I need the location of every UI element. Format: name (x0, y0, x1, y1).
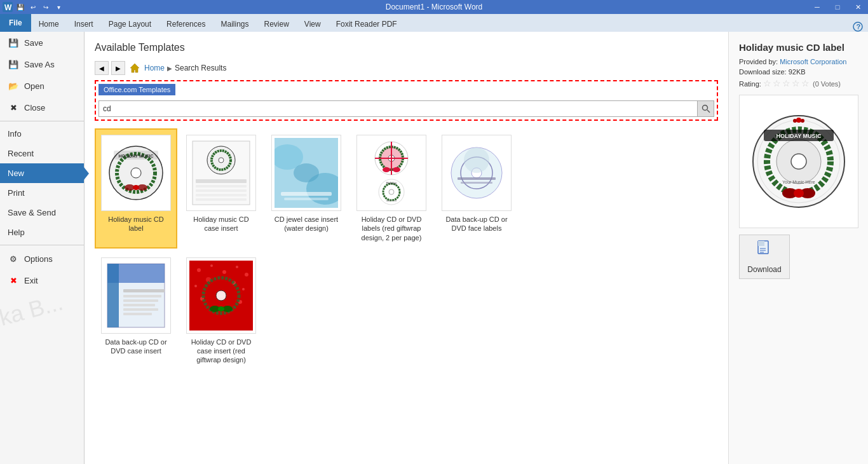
template-thumb-6 (101, 257, 171, 334)
svg-rect-62 (123, 308, 158, 311)
template-label-4: Holiday CD or DVD labels (red giftwrap d… (356, 215, 426, 242)
tab-foxit[interactable]: Foxit Reader PDF (329, 17, 405, 32)
template-label-7: Holiday CD or DVD case insert (red giftw… (186, 338, 256, 365)
sidebar-item-help[interactable]: Help (0, 222, 84, 242)
svg-point-13 (133, 185, 139, 190)
provider-link[interactable]: Microsoft Corporation (780, 58, 846, 65)
tab-view[interactable]: View (297, 17, 329, 32)
tab-page-layout[interactable]: Page Layout (101, 17, 159, 32)
svg-rect-25 (196, 198, 247, 201)
close-button[interactable]: ✕ (848, 0, 868, 14)
tab-home[interactable]: Home (31, 17, 67, 32)
sidebar-item-save-as[interactable]: 💾 Save As (0, 53, 84, 75)
right-panel: Holiday music CD label Provided by: Micr… (728, 32, 868, 464)
svg-rect-23 (196, 189, 247, 192)
svg-point-41 (393, 167, 400, 172)
template-thumb-3 (271, 135, 341, 211)
svg-point-40 (383, 167, 390, 172)
sidebar-label-open: Open (24, 81, 44, 91)
customize-icon[interactable]: ▾ (53, 2, 64, 12)
undo-icon[interactable]: ↩ (28, 2, 38, 12)
template-item-1[interactable]: HOLIDAY MUSIC Holiday music CD label (95, 128, 177, 249)
sidebar-item-save-send[interactable]: Save & Send (0, 203, 84, 222)
svg-point-96 (794, 189, 804, 198)
download-button[interactable]: Download (739, 235, 790, 279)
sidebar-item-open[interactable]: 📂 Open (0, 75, 84, 97)
sidebar-item-close[interactable]: ✖ Close (0, 97, 84, 118)
breadcrumb-current: Search Results (175, 64, 226, 72)
svg-rect-60 (123, 299, 158, 302)
nav-forward-button[interactable]: ▶ (111, 61, 125, 75)
sidebar-label-options: Options (24, 254, 53, 264)
svg-rect-59 (123, 295, 161, 297)
svg-point-79 (216, 290, 226, 301)
options-icon: ⚙ (8, 253, 19, 264)
window-controls: ─ □ ✕ (807, 0, 868, 14)
template-item-4[interactable]: Holiday label text Holiday CD or DVD lab… (350, 128, 433, 249)
svg-point-71 (194, 285, 197, 287)
breadcrumb-home[interactable]: Home (144, 64, 165, 72)
svg-point-9 (131, 168, 141, 178)
save-quick-icon[interactable]: 💾 (15, 2, 25, 12)
svg-point-92 (793, 119, 797, 123)
svg-point-68 (222, 270, 226, 274)
svg-point-74 (242, 288, 245, 290)
sidebar-item-info[interactable]: Info (0, 124, 84, 144)
svg-rect-22 (196, 185, 247, 188)
search-button[interactable] (697, 101, 714, 116)
title-bar: W 💾 ↩ ↪ ▾ Document1 - Microsoft Word ─ □… (0, 0, 868, 14)
svg-rect-99 (758, 241, 764, 246)
search-input[interactable] (99, 102, 697, 115)
section-title: Available Templates (95, 42, 718, 53)
rating-stars: ☆☆☆☆☆ (763, 78, 811, 88)
minimize-button[interactable]: ─ (807, 0, 827, 14)
sidebar-label-info: Info (8, 129, 22, 139)
sidebar-label-print: Print (8, 188, 25, 198)
svg-point-82 (218, 306, 224, 311)
template-label-2: Holiday music CD case insert (186, 215, 256, 233)
quick-access-toolbar: W 💾 ↩ ↪ ▾ (3, 2, 64, 12)
svg-point-70 (245, 273, 248, 276)
panel-rating: Rating: ☆☆☆☆☆ (0 Votes) (739, 78, 858, 88)
svg-rect-58 (123, 289, 165, 292)
tab-review[interactable]: Review (256, 17, 296, 32)
svg-point-69 (236, 266, 238, 268)
svg-point-88 (791, 154, 806, 169)
svg-text:HOLIDAY MUSIC: HOLIDAY MUSIC (776, 133, 822, 139)
template-item-3[interactable]: CD jewel case insert (water design) (265, 128, 348, 249)
help-icon[interactable]: ? (853, 22, 863, 32)
nav-bar: ◀ ▶ Home ▶ Search Results (95, 61, 718, 75)
tab-mailings[interactable]: Mailings (213, 17, 256, 32)
sidebar-item-exit[interactable]: ✖ Exit (0, 270, 84, 291)
sidebar-item-options[interactable]: ⚙ Options (0, 248, 84, 270)
svg-point-20 (219, 158, 224, 163)
panel-title: Holiday music CD label (739, 42, 858, 53)
redo-icon[interactable]: ↪ (41, 2, 51, 12)
sidebar-item-new[interactable]: New (0, 163, 84, 183)
nav-home-button[interactable] (128, 61, 142, 75)
sidebar-label-save-as: Save As (24, 60, 55, 69)
tab-file[interactable]: File (0, 14, 31, 32)
template-item-2[interactable]: Holiday music CD case insert (180, 128, 262, 249)
svg-point-51 (464, 147, 489, 173)
templates-grid-row2: Data back-up CD or DVD case insert (95, 251, 718, 371)
tab-references[interactable]: References (159, 17, 213, 32)
template-item-6[interactable]: Data back-up CD or DVD case insert (95, 251, 177, 371)
sidebar-label-new: New (8, 168, 24, 178)
svg-text:label text: label text (386, 199, 397, 202)
restore-button[interactable]: □ (827, 0, 848, 14)
sidebar-label-exit: Exit (24, 276, 38, 285)
sidebar-label-help: Help (8, 228, 25, 237)
sidebar-item-print[interactable]: Print (0, 183, 84, 203)
svg-rect-61 (123, 304, 155, 306)
sidebar-divider-2 (0, 245, 84, 245)
template-item-5[interactable]: Data back-up CD or DVD face labels (435, 128, 518, 249)
template-thumb-1: HOLIDAY MUSIC (101, 135, 171, 211)
office-templates-label: Office.com Templates (98, 84, 175, 95)
save-icon: 💾 (8, 37, 19, 48)
tab-insert[interactable]: Insert (67, 17, 101, 32)
template-item-7[interactable]: Holiday CD or DVD case insert (red giftw… (180, 251, 262, 371)
sidebar-item-recent[interactable]: Recent (0, 144, 84, 163)
nav-back-button[interactable]: ◀ (95, 61, 109, 75)
sidebar-item-save[interactable]: 💾 Save (0, 32, 84, 53)
